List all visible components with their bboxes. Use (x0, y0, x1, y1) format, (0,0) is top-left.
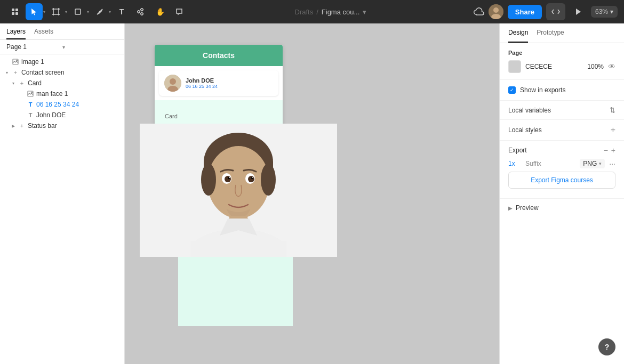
page-selector-arrow: ▾ (62, 44, 118, 50)
title-dropdown-arrow[interactable]: ▾ (363, 8, 366, 16)
local-styles-section[interactable]: Local styles + (500, 119, 624, 140)
preview-label: ▶ Preview (508, 204, 539, 212)
layer-expand-status-bar[interactable]: ▶ (11, 123, 16, 128)
tool-pen-group[interactable]: ▾ (91, 3, 111, 20)
export-actions: − + (604, 146, 615, 155)
svg-point-39 (229, 177, 230, 178)
layer-item-status-bar[interactable]: ▶ + Status bar (0, 120, 124, 131)
page-color-swatch[interactable] (508, 60, 521, 73)
svg-point-36 (248, 176, 254, 182)
tool-menu[interactable] (6, 3, 23, 20)
tool-frame-arrow[interactable]: ▾ (65, 10, 67, 14)
layer-label-man-face: man face 1 (36, 90, 68, 98)
title-area: Drafts / Figma cou... ▾ (192, 8, 469, 16)
export-more-button[interactable]: ··· (609, 159, 615, 168)
checkbox-check-icon: ✓ (510, 87, 514, 93)
layer-expand-contact-screen[interactable]: ▾ (4, 70, 10, 75)
svg-point-40 (252, 177, 253, 178)
tool-comment[interactable] (171, 3, 188, 20)
layer-expand-phone[interactable] (19, 102, 25, 107)
tool-shape[interactable] (69, 3, 86, 20)
svg-rect-4 (53, 9, 59, 14)
layer-item-phone[interactable]: T 06 16 25 34 24 (0, 99, 124, 110)
layer-item-card[interactable]: ▾ + Card (0, 78, 124, 88)
local-variables-section[interactable]: Local variables ⇅ (500, 101, 624, 119)
show-exports-checkbox[interactable]: ✓ (508, 86, 516, 94)
export-add-button[interactable]: + (611, 146, 615, 155)
tab-layers[interactable]: Layers (6, 28, 26, 39)
tab-design[interactable]: Design (508, 23, 528, 43)
tool-select-arrow[interactable]: ▾ (43, 10, 45, 14)
left-panel: Layers Assets Page 1 ▾ image 1 ▾ + (0, 23, 125, 364)
layer-icon-card: + (18, 79, 26, 87)
panel-tabs: Layers Assets (0, 23, 124, 40)
tool-frame-group[interactable]: ▾ (47, 3, 67, 20)
toolbar: ▾ ▾ ▾ ▾ T ✋ (0, 0, 624, 23)
layer-item-man-face[interactable]: man face 1 (0, 88, 124, 99)
phone-mockup-header: Contacts (155, 45, 283, 66)
local-variables-actions: ⇅ (610, 106, 615, 114)
layer-expand-man-face[interactable] (19, 91, 25, 96)
layer-item-john-doe[interactable]: T John DOE (0, 110, 124, 120)
export-remove-button[interactable]: − (604, 146, 608, 155)
svg-rect-13 (75, 9, 81, 14)
tool-text[interactable]: T (113, 3, 130, 20)
svg-rect-17 (140, 12, 143, 15)
svg-point-14 (99, 11, 101, 13)
tool-shape-group[interactable]: ▾ (69, 3, 89, 20)
export-header: Export − + (508, 146, 615, 155)
svg-point-35 (225, 176, 231, 182)
zoom-arrow: ▾ (610, 8, 613, 15)
page-selector[interactable]: Page 1 ▾ (0, 40, 124, 54)
right-panel-tabs: Design Prototype (500, 23, 624, 43)
export-scale[interactable]: 1x (508, 160, 521, 167)
export-section: Export − + 1x Suffix PNG ▾ ··· Export Fi… (500, 140, 624, 199)
page-section: Page CECECE 100% 👁 (500, 43, 624, 80)
tool-shape-arrow[interactable]: ▾ (87, 10, 89, 14)
breadcrumb-slash: / (316, 8, 318, 16)
tool-hand[interactable]: ✋ (151, 3, 169, 20)
layer-item-contact-screen[interactable]: ▾ + Contact screen (0, 67, 124, 78)
layer-expand-image1[interactable] (4, 59, 10, 64)
avatar[interactable] (489, 4, 503, 19)
zoom-control[interactable]: 63% ▾ (591, 6, 618, 18)
contact-card[interactable]: John DOE 06 16 25 34 24 (159, 70, 278, 96)
toolbar-tools-left: ▾ ▾ ▾ ▾ T ✋ (6, 3, 188, 20)
cloud-icon (474, 6, 484, 17)
tool-select-group[interactable]: ▾ (26, 3, 45, 20)
play-button[interactable] (570, 3, 587, 20)
visibility-toggle[interactable]: 👁 (608, 62, 615, 71)
tool-select[interactable] (26, 3, 43, 20)
layer-expand-john-doe[interactable] (19, 112, 25, 118)
share-button[interactable]: Share (508, 5, 542, 19)
tool-pen[interactable] (91, 3, 108, 20)
zoom-level: 63% (595, 8, 608, 15)
show-exports-label: Show in exports (520, 86, 565, 94)
layer-item-image1[interactable]: image 1 (0, 56, 124, 67)
layer-label-status-bar: Status bar (28, 122, 57, 130)
tool-frame[interactable] (47, 3, 65, 20)
large-person-image (140, 124, 337, 257)
preview-section[interactable]: ▶ Preview (500, 199, 624, 217)
local-styles-add-icon[interactable]: + (611, 125, 615, 135)
tab-assets[interactable]: Assets (34, 28, 53, 39)
export-format-selector[interactable]: PNG ▾ (580, 159, 605, 168)
person-svg (169, 124, 308, 257)
page-color-hex: CECECE (525, 63, 583, 70)
contact-avatar (164, 75, 181, 92)
avatar-image (489, 4, 503, 19)
local-styles-actions: + (611, 125, 615, 135)
tab-prototype[interactable]: Prototype (537, 23, 564, 43)
help-button[interactable]: ? (598, 338, 615, 355)
code-view-button[interactable] (546, 3, 565, 20)
layer-expand-card[interactable]: ▾ (11, 80, 16, 86)
tool-pen-arrow[interactable]: ▾ (109, 10, 111, 14)
local-variables-sort-icon[interactable]: ⇅ (610, 106, 615, 114)
local-variables-title: Local variables (508, 107, 551, 114)
toolbar-right: Share 63% ▾ (474, 3, 618, 20)
tool-component[interactable] (132, 3, 149, 20)
title-slash: Drafts (295, 8, 314, 16)
export-figma-button[interactable]: Export Figma courses (508, 172, 615, 189)
preview-arrow-icon: ▶ (508, 205, 513, 211)
canvas[interactable]: Contact screen Contacts John DOE 06 16 2… (125, 23, 499, 364)
